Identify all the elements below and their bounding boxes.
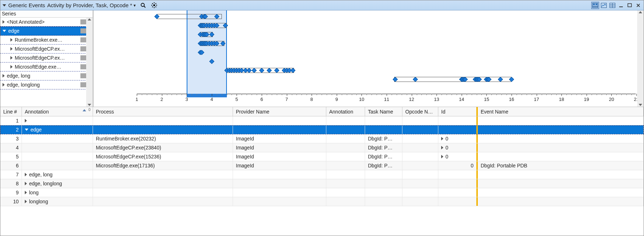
col-id[interactable]: Id: [438, 107, 478, 116]
table-row[interactable]: 1: [0, 116, 644, 125]
table-row[interactable]: 10longlong: [0, 197, 644, 206]
axis-minor-tick: [142, 94, 142, 95]
axis-minor-tick: [222, 94, 222, 95]
data-grid: Line # Annotation0 Process Provider Name…: [0, 107, 644, 206]
axis-minor-tick: [356, 94, 357, 95]
cell-annotation-2: [326, 152, 365, 161]
cell-opcode: [402, 188, 438, 197]
series-label: MicrosoftEdge.exe…: [15, 64, 80, 70]
series-scrollbar[interactable]: [86, 18, 93, 107]
col-provider[interactable]: Provider Name: [233, 107, 326, 116]
event-marker[interactable]: [209, 59, 214, 64]
axis-minor-tick: [417, 94, 417, 95]
scroll-down-icon[interactable]: [639, 104, 642, 106]
col-annotation[interactable]: Annotation0: [22, 107, 93, 116]
axis-minor-tick: [197, 94, 197, 95]
gear-icon[interactable]: [151, 2, 157, 9]
axis-minor-tick: [252, 94, 252, 95]
close-button[interactable]: [634, 2, 642, 9]
time-axis: 123456789101112131415161718192021: [94, 94, 637, 107]
series-row[interactable]: edge, long: [0, 71, 93, 80]
axis-tick-label: 19: [584, 97, 589, 102]
chevron-right-icon[interactable]: [3, 20, 5, 24]
cell-opcode: [402, 116, 438, 125]
scroll-up-icon[interactable]: [639, 11, 642, 13]
tree-toggle-icon[interactable]: [441, 155, 443, 158]
lane-bar: [394, 77, 512, 82]
tree-toggle-icon[interactable]: [25, 200, 27, 203]
header-subtitle[interactable]: Activity by Provider, Task, Opcode *: [47, 2, 132, 8]
table-row[interactable]: 8edge, longlong: [0, 179, 644, 188]
axis-minor-tick: [556, 94, 557, 95]
col-annotation-label: Annotation: [25, 109, 49, 115]
svg-rect-13: [596, 4, 597, 5]
tree-toggle-icon[interactable]: [441, 146, 443, 149]
chevron-right-icon[interactable]: [10, 38, 13, 42]
axis-minor-tick: [297, 94, 297, 95]
table-row[interactable]: 2edge: [0, 125, 644, 134]
axis-tick: [312, 94, 312, 96]
series-row[interactable]: edge: [0, 27, 93, 36]
cell-id: 0: [438, 143, 478, 152]
col-process[interactable]: Process: [93, 107, 233, 116]
series-row[interactable]: <Not Annotated>: [0, 18, 93, 27]
col-event-name[interactable]: Event Name: [478, 107, 644, 116]
axis-minor-tick: [517, 94, 517, 95]
chevron-right-icon[interactable]: [10, 47, 13, 51]
col-line[interactable]: Line #: [0, 107, 22, 116]
svg-point-2: [153, 4, 155, 6]
col-task[interactable]: Task Name: [365, 107, 402, 116]
table-row[interactable]: 7edge, long: [0, 170, 644, 179]
view-both-button[interactable]: [591, 2, 599, 9]
search-icon[interactable]: [140, 2, 146, 9]
tree-toggle-icon[interactable]: [441, 137, 443, 140]
table-row[interactable]: 5MicrosoftEdgeCP.exe (15236)ImageIdDbgId…: [0, 152, 644, 161]
scroll-down-icon[interactable]: [88, 104, 91, 106]
tree-toggle-icon[interactable]: [25, 182, 27, 185]
tree-toggle-icon[interactable]: [25, 173, 27, 176]
axis-minor-tick: [177, 94, 177, 95]
svg-line-1: [144, 6, 145, 8]
col-annotation-2[interactable]: Annotation: [326, 107, 365, 116]
timeline-chart[interactable]: 123456789101112131415161718192021: [93, 10, 644, 107]
series-row[interactable]: MicrosoftEdgeCP.ex…: [0, 45, 93, 54]
maximize-button[interactable]: [626, 2, 634, 9]
tree-toggle-icon[interactable]: [25, 191, 27, 194]
chart-lane: [94, 31, 637, 40]
axis-minor-tick: [317, 94, 317, 95]
table-row[interactable]: 6MicrosoftEdge.exe (17136)ImageIdDbgId: …: [0, 161, 644, 170]
view-table-button[interactable]: [608, 2, 616, 9]
series-row[interactable]: edge, longlong: [0, 80, 93, 89]
series-row[interactable]: MicrosoftEdge.exe…: [0, 63, 93, 71]
chart-scrollbar[interactable]: [637, 10, 644, 107]
cell-provider: [233, 188, 326, 197]
collapse-triangle-icon[interactable]: [3, 4, 6, 6]
dropdown-icon[interactable]: ▾: [134, 3, 136, 8]
tree-toggle-icon[interactable]: [25, 119, 27, 122]
chevron-right-icon[interactable]: [3, 83, 5, 87]
series-row[interactable]: MicrosoftEdgeCP.ex…: [0, 54, 93, 63]
axis-minor-tick: [496, 94, 497, 95]
chevron-right-icon[interactable]: [10, 56, 13, 60]
view-graph-button[interactable]: [600, 2, 608, 9]
col-opcode[interactable]: Opcode N…: [402, 107, 438, 116]
axis-tick: [412, 94, 412, 96]
axis-tick-label: 1: [135, 97, 138, 102]
chevron-right-icon[interactable]: [3, 74, 5, 78]
axis-tick-label: 20: [609, 97, 614, 102]
axis-minor-tick: [322, 94, 322, 95]
cell-annotation-2: [326, 170, 365, 179]
table-row[interactable]: 9long: [0, 188, 644, 197]
table-row[interactable]: 3RuntimeBroker.exe (20232)ImageIdDbgId: …: [0, 134, 644, 143]
chevron-down-icon[interactable]: [3, 30, 6, 32]
tree-toggle-icon[interactable]: [25, 129, 28, 131]
axis-tick-label: 8: [311, 97, 313, 102]
minimize-button[interactable]: [617, 2, 625, 9]
chevron-right-icon[interactable]: [10, 65, 13, 69]
series-label: MicrosoftEdgeCP.ex…: [15, 55, 80, 61]
axis-minor-tick: [367, 94, 367, 95]
table-row[interactable]: 4MicrosoftEdgeCP.exe (23840)ImageIdDbgId…: [0, 143, 644, 152]
scroll-up-icon[interactable]: [88, 18, 91, 20]
cell-id: 0: [438, 134, 478, 143]
series-row[interactable]: RuntimeBroker.exe…: [0, 36, 93, 45]
